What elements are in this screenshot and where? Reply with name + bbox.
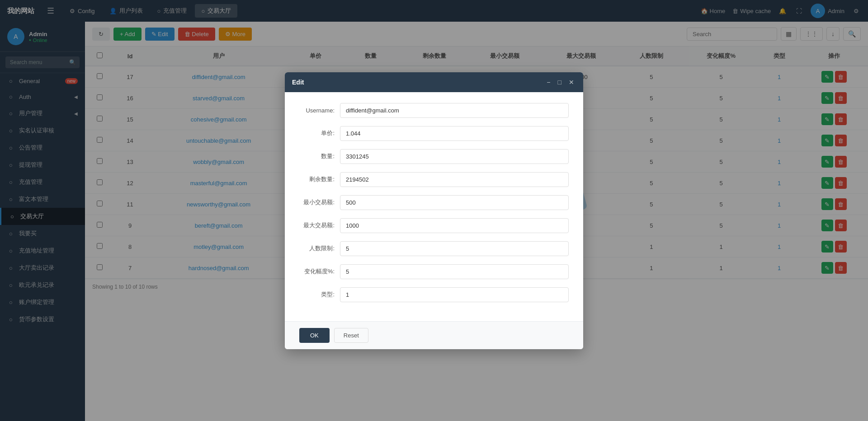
form-input-price[interactable] [340,126,569,141]
form-group-remaining: 剩余数量: [299,172,569,187]
form-label-max_trade: 最大交易额: [299,221,340,229]
modal-title: Edit [292,79,304,86]
modal-minimize-button[interactable]: − [545,78,552,87]
form-label-price: 单价: [299,129,340,137]
form-label-qty: 数量: [299,152,340,160]
form-label-username: Username: [299,107,340,114]
form-group-person_limit: 人数限制: [299,241,569,256]
form-input-min_trade[interactable] [340,195,569,210]
form-label-remaining: 剩余数量: [299,175,340,183]
form-group-price: 单价: [299,126,569,141]
modal-footer: OK Reset [285,321,583,349]
modal-maximize-button[interactable]: □ [556,78,563,87]
form-input-username[interactable] [340,103,569,118]
form-input-type[interactable] [340,287,569,302]
modal-body: Username: 单价: 数量: 剩余数量: 最小交易额: 最大交易额: 人数… [285,92,583,321]
form-group-username: Username: [299,103,569,118]
form-group-max_trade: 最大交易额: [299,218,569,233]
modal-controls: − □ ✕ [545,78,576,87]
modal-header: Edit − □ ✕ [285,72,583,92]
edit-modal: Edit − □ ✕ Username: 单价: 数量: 剩余数量: 最小交易额… [285,72,583,349]
form-label-min_trade: 最小交易额: [299,198,340,206]
form-input-max_trade[interactable] [340,218,569,233]
form-label-change_pct: 变化幅度%: [299,267,340,276]
form-input-qty[interactable] [340,149,569,164]
modal-ok-button[interactable]: OK [299,328,330,343]
modal-reset-button[interactable]: Reset [334,328,368,343]
form-input-change_pct[interactable] [340,264,569,279]
form-label-type: 类型: [299,290,340,299]
modal-close-button[interactable]: ✕ [567,78,576,87]
form-group-min_trade: 最小交易额: [299,195,569,210]
form-input-remaining[interactable] [340,172,569,187]
form-group-qty: 数量: [299,149,569,164]
modal-overlay[interactable]: Edit − □ ✕ Username: 单价: 数量: 剩余数量: 最小交易额… [0,0,868,421]
form-label-person_limit: 人数限制: [299,244,340,253]
form-input-person_limit[interactable] [340,241,569,256]
form-group-type: 类型: [299,287,569,302]
form-group-change_pct: 变化幅度%: [299,264,569,279]
